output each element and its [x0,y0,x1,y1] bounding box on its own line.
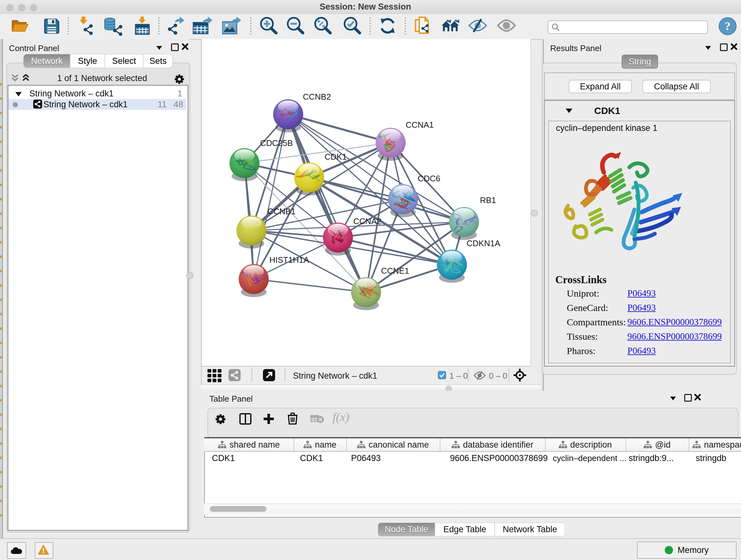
svg-text:CDC6: CDC6 [418,174,441,183]
svg-text:CCNE1: CCNE1 [381,266,409,275]
svg-text:CDC25B: CDC25B [260,138,293,148]
svg-text:CCNB1: CCNB1 [267,206,295,216]
svg-text:CCNB2: CCNB2 [303,92,331,102]
svg-text:CDK1: CDK1 [325,152,347,162]
svg-text:CCNA2: CCNA2 [353,216,381,226]
svg-text:HIST1H1A: HIST1H1A [269,255,309,265]
svg-text:CDKN1A: CDKN1A [467,239,500,248]
svg-text:RB1: RB1 [480,195,496,205]
svg-text:CCNA1: CCNA1 [406,120,434,130]
